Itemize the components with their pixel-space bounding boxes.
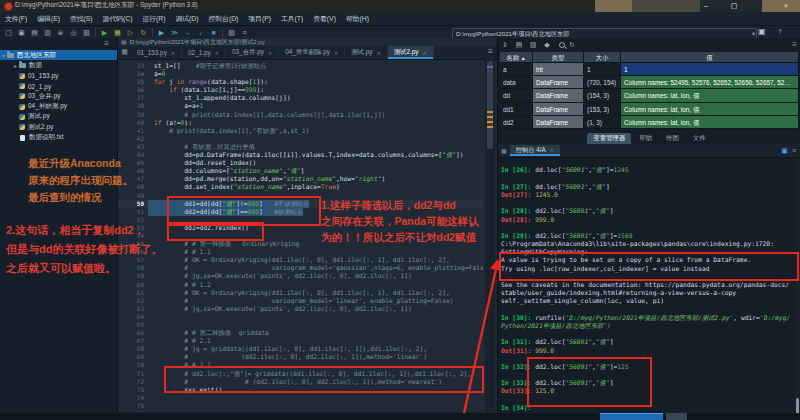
code-line[interactable]: 68 # jg = griddata((dd1.iloc[:, 0], dd1.…	[118, 345, 483, 353]
code-line[interactable]: 40if (a!=0):	[118, 119, 483, 127]
close-button[interactable]: ×	[778, 0, 794, 11]
sidebar-item-3[interactable]: 03_合并.py	[0, 91, 117, 101]
line-number[interactable]: 68	[118, 345, 148, 353]
code-line[interactable]: 43 # 有缺测，对其进行差值	[118, 143, 483, 151]
code-line[interactable]: 34a=0	[118, 70, 483, 78]
import-data-icon[interactable]: ⇓	[498, 41, 512, 49]
var-value[interactable]: Column names: 52495, 52576, 52652, 52656…	[621, 76, 799, 89]
pane-tab-0[interactable]: 变量管理器	[587, 133, 631, 144]
var-type[interactable]: DataFrame	[533, 76, 584, 89]
save-icon[interactable]: ▤	[28, 27, 41, 38]
table-row-a[interactable]: aint11	[500, 63, 799, 76]
line-number[interactable]: 64	[118, 313, 148, 321]
column-header-1[interactable]: 类型	[533, 52, 584, 63]
pane-tab-3[interactable]: 文件	[687, 133, 712, 144]
working-directory-combo[interactable]: D:\myg\Python\2021年项目\西北地区东部 ▾	[452, 28, 757, 39]
code-line[interactable]: 47 dd=pd.merge(station,dd,on="station_na…	[118, 175, 483, 183]
sidebar-item-root[interactable]: ▾西北地区东部	[0, 50, 117, 60]
editor-tab-1[interactable]: 02_1.py✕	[182, 46, 226, 59]
line-number[interactable]: 61	[118, 289, 148, 297]
close-icon[interactable]: ✕	[550, 147, 554, 153]
inspect-icon[interactable]: ▣	[781, 147, 788, 155]
close-icon[interactable]: ✕	[171, 50, 175, 56]
var-type[interactable]: DataFrame	[533, 103, 584, 116]
sidebar-item-2[interactable]: 02_1.py	[0, 81, 117, 91]
parent-directory-icon[interactable]: ↑	[778, 27, 782, 36]
refresh-icon[interactable]: ↻	[565, 41, 579, 49]
save-data-icon[interactable]: ▤	[512, 41, 526, 49]
code-line[interactable]: 45 dd=dd.reset_index()	[118, 159, 483, 167]
code-line[interactable]: 39 # print(data.index[i],data.columns[j]…	[118, 111, 483, 119]
code-line[interactable]: 74	[118, 394, 483, 402]
table-row-data[interactable]: dataDataFrame(720, 154)Column names: 524…	[500, 76, 799, 89]
line-number[interactable]: 38	[118, 102, 148, 110]
code-line[interactable]: 38 a=a+1	[118, 102, 483, 110]
code-line[interactable]: 59 # jg,ss=OK.execute('points', dd2.iloc…	[118, 272, 483, 280]
pane-tab-2[interactable]: 绘图	[660, 133, 685, 144]
maximize-button[interactable]: ▢	[726, 0, 742, 11]
var-size[interactable]: (1, 3)	[584, 116, 621, 129]
menu-item-10[interactable]: 帮助(H)	[341, 14, 374, 24]
debug-icon[interactable]: ▶	[155, 27, 168, 38]
line-number[interactable]: 43	[118, 143, 148, 151]
console-options-icon[interactable]: ≡	[792, 147, 796, 154]
sidebar-item-1[interactable]: 01_153.py	[0, 71, 117, 81]
menu-item-0[interactable]: 文件(F)	[0, 14, 32, 24]
line-number[interactable]: 63	[118, 305, 148, 313]
scrollbar-thumb[interactable]	[487, 61, 493, 149]
options-menu-icon[interactable]: ≡	[792, 40, 797, 49]
line-number[interactable]: 40	[118, 119, 148, 127]
step-into-icon[interactable]: →	[181, 27, 194, 38]
var-type[interactable]: DataFrame	[533, 116, 584, 129]
code-line[interactable]: 58 # variogram_model='gaussian',nlags=6,…	[118, 264, 483, 272]
chevron-right-icon[interactable]: ▸	[12, 62, 19, 69]
var-type[interactable]: DataFrame	[533, 89, 584, 102]
sidebar-item-7[interactable]: 数据说明.txt	[0, 132, 117, 142]
column-header-3[interactable]: 值	[621, 52, 799, 63]
line-number[interactable]: 73	[118, 386, 148, 394]
code-line[interactable]: 66 # # 第二种插值 griddata	[118, 329, 483, 337]
line-number[interactable]: 65	[118, 321, 148, 329]
options-icon[interactable]: ≡	[238, 27, 251, 38]
code-line[interactable]: 62 # variogram_model='linear', enable_pl…	[118, 297, 483, 305]
run-cell-advance-icon[interactable]: ▷	[124, 27, 137, 38]
sidebar-item-0[interactable]: ▸数据	[0, 60, 117, 70]
menu-item-5[interactable]: 调试(D)	[170, 14, 203, 24]
code-line[interactable]: 56 # # 1.1	[118, 248, 483, 256]
search-icon[interactable]	[559, 42, 565, 48]
code-line[interactable]: 46 dd.columns=["station_name","值"]	[118, 167, 483, 175]
tab-options-icon[interactable]: ≡	[484, 46, 497, 59]
browse-directory-icon[interactable]: ▣	[758, 27, 766, 36]
chevron-down-icon[interactable]: ▾	[752, 29, 755, 38]
code-line[interactable]: 44 dd=pd.DataFrame(data.iloc[[i]].values…	[118, 151, 483, 159]
step-icon[interactable]: ≫	[168, 27, 181, 38]
line-number[interactable]: 60	[118, 281, 148, 289]
replace-icon[interactable]: ▧	[80, 27, 93, 38]
code-line[interactable]: 41 # print(data.index[i],"有缺测",a,st_1)	[118, 127, 483, 135]
code-line[interactable]: 36 if (data.iloc[i,j]==999):	[118, 86, 483, 94]
var-name[interactable]: dd1	[500, 103, 533, 116]
find-icon[interactable]: ◎	[67, 27, 80, 38]
close-icon[interactable]: ✕	[376, 50, 380, 56]
menu-item-2[interactable]: 查找(S)	[65, 14, 98, 24]
remove-variables-icon[interactable]: ◆	[540, 41, 554, 49]
var-value[interactable]: 1	[621, 63, 799, 76]
column-header-2[interactable]: 大小	[584, 52, 621, 63]
code-line[interactable]: 33st_1=[] #用于记录第i行缺测站点	[118, 62, 483, 70]
save-all-icon[interactable]: ▥	[41, 27, 54, 38]
browse-tabs-icon[interactable]: ▦	[118, 46, 131, 59]
new-file-icon[interactable]: ▢	[2, 27, 15, 38]
line-number[interactable]: 35	[118, 78, 148, 86]
table-row-dd1[interactable]: dd1DataFrame(153, 3)Column names: lat, l…	[500, 103, 799, 116]
chevron-down-icon[interactable]: ▾	[0, 52, 7, 59]
var-size[interactable]: (720, 154)	[584, 76, 621, 89]
line-number[interactable]: 62	[118, 297, 148, 305]
var-name[interactable]: a	[500, 63, 533, 76]
line-number[interactable]: 33	[118, 62, 148, 70]
line-number[interactable]: 34	[118, 70, 148, 78]
var-size[interactable]: (154, 3)	[584, 89, 621, 102]
hamburger-menu-icon[interactable]: ≡	[104, 39, 109, 48]
rerun-icon[interactable]: ↻	[137, 27, 150, 38]
code-line[interactable]: 48 dd.set_index("station_name",inplace=T…	[118, 183, 483, 191]
panels-icon[interactable]: ▧	[225, 27, 238, 38]
